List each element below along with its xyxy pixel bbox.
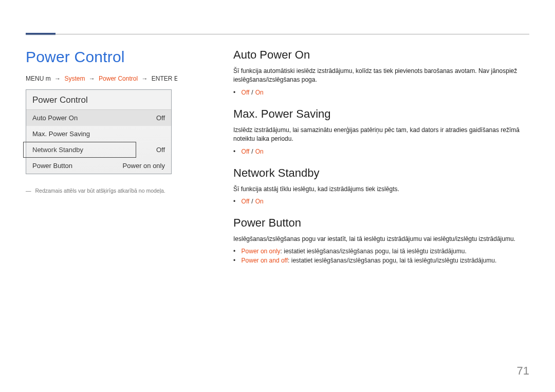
panel-row-max-power-saving[interactable]: Max. Power Saving: [26, 126, 171, 142]
page-title: Power Control: [26, 48, 202, 66]
footnote-dash-icon: ―: [26, 188, 35, 194]
option-rest: : iestatiet ieslēgšanas/izslēgšanas pogu…: [281, 248, 467, 255]
option-off-on: Off/On: [233, 198, 529, 205]
breadcrumb-enter-sym: E: [174, 75, 178, 82]
heading-power-button: Power Button: [233, 216, 529, 230]
footnote-text: Redzamais attēls var būt atšķirīgs atkar…: [35, 188, 165, 194]
option-on: On: [255, 148, 264, 155]
option-key: Power on and off: [242, 257, 288, 264]
settings-panel: Power Control Auto Power On Off Max. Pow…: [26, 89, 172, 174]
option-sep: /: [249, 89, 255, 96]
arrow-icon: →: [52, 75, 63, 82]
breadcrumb: MENU m → System → Power Control → ENTER …: [26, 75, 202, 82]
breadcrumb-power-control: Power Control: [99, 75, 138, 82]
option-power-on-only: Power on only: iestatiet ieslēgšanas/izs…: [233, 248, 529, 255]
page-number: 71: [517, 364, 529, 378]
panel-row-label: Power Button: [32, 162, 72, 170]
panel-row-label: Max. Power Saving: [32, 130, 90, 138]
right-column: Auto Power On Šī funkcija automātiski ie…: [233, 48, 529, 275]
panel-row-value: Power on only: [123, 162, 165, 170]
content-area: Power Control MENU m → System → Power Co…: [26, 48, 529, 275]
left-column: Power Control MENU m → System → Power Co…: [26, 48, 202, 275]
breadcrumb-enter: ENTER: [152, 75, 173, 82]
panel-row-network-standby[interactable]: Network Standby Off: [26, 142, 171, 158]
panel-row-value: Off: [156, 146, 165, 154]
panel-row-power-button[interactable]: Power Button Power on only: [26, 158, 171, 174]
breadcrumb-system: System: [64, 75, 85, 82]
option-on: On: [255, 198, 264, 205]
top-divider: [26, 34, 529, 34]
page: Power Control MENU m → System → Power Co…: [0, 0, 555, 392]
breadcrumb-menu: MENU: [26, 75, 44, 82]
heading-auto-power-on: Auto Power On: [233, 48, 529, 62]
arrow-icon: →: [87, 75, 97, 82]
option-off: Off: [242, 89, 250, 96]
arrow-icon: →: [139, 75, 150, 82]
option-off-on: Off/On: [233, 148, 529, 155]
options-auto-power-on: Off/On: [233, 89, 529, 96]
option-power-on-and-off: Power on and off: iestatiet ieslēgšanas/…: [233, 257, 529, 264]
breadcrumb-menu-sym: m: [46, 75, 51, 82]
panel-row-label: Auto Power On: [32, 114, 78, 122]
panel-row-label: Network Standby: [32, 146, 83, 154]
option-off: Off: [242, 198, 250, 205]
options-power-button: Power on only: iestatiet ieslēgšanas/izs…: [233, 248, 529, 264]
options-max-power-saving: Off/On: [233, 148, 529, 155]
option-on: On: [255, 89, 264, 96]
desc-power-button: Ieslēgšanas/izslēgšanas pogu var iestatī…: [233, 235, 529, 244]
option-sep: /: [249, 148, 255, 155]
panel-row-value: Off: [156, 114, 165, 122]
desc-auto-power-on: Šī funkcija automātiski ieslēdz izstrādā…: [233, 67, 529, 85]
options-network-standby: Off/On: [233, 198, 529, 205]
panel-header: Power Control: [26, 90, 171, 110]
option-off-on: Off/On: [233, 89, 529, 96]
desc-network-standby: Šī funkcija atstāj tīklu ieslēgtu, kad i…: [233, 185, 529, 194]
option-sep: /: [249, 198, 255, 205]
desc-max-power-saving: Izslēdz izstrādājumu, lai samazinātu ene…: [233, 126, 529, 144]
option-key: Power on only: [242, 248, 281, 255]
option-off: Off: [242, 148, 250, 155]
panel-footnote: ―Redzamais attēls var būt atšķirīgs atka…: [26, 188, 202, 194]
option-rest: : iestatiet ieslēgšanas/izslēgšanas pogu…: [288, 257, 496, 264]
panel-row-auto-power-on[interactable]: Auto Power On Off: [26, 110, 171, 126]
heading-network-standby: Network Standby: [233, 166, 529, 180]
heading-max-power-saving: Max. Power Saving: [233, 107, 529, 121]
